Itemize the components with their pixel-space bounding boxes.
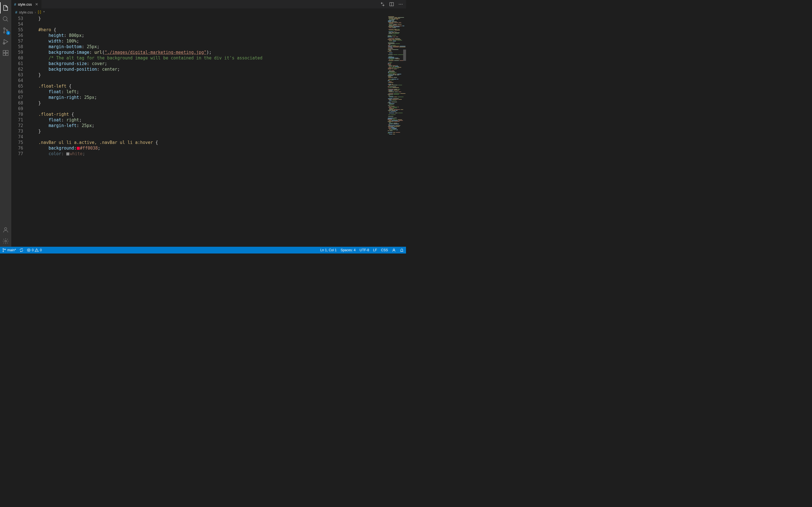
svg-rect-5 xyxy=(3,50,5,53)
tab-bar: # style.css xyxy=(11,0,406,8)
svg-point-12 xyxy=(399,4,400,4)
svg-point-2 xyxy=(4,32,5,33)
tab-actions xyxy=(380,2,406,7)
svg-point-16 xyxy=(3,251,4,252)
settings-gear-icon[interactable] xyxy=(0,235,11,247)
encoding[interactable]: UTF-8 xyxy=(359,248,369,252)
editor-area: # style.css # style.css › xyxy=(11,0,406,247)
svg-point-1 xyxy=(4,28,5,29)
split-editor-icon[interactable] xyxy=(389,2,394,7)
source-control-icon[interactable]: 1 xyxy=(0,25,11,36)
svg-point-17 xyxy=(5,249,6,250)
language-mode[interactable]: CSS xyxy=(381,248,388,252)
svg-point-9 xyxy=(4,228,7,230)
run-debug-icon[interactable] xyxy=(0,36,11,47)
breadcrumb[interactable]: # style.css › * xyxy=(11,8,406,16)
feedback-icon[interactable] xyxy=(392,248,396,252)
css-file-icon: # xyxy=(15,10,17,14)
css-file-icon: # xyxy=(14,2,16,6)
problems[interactable]: 0 0 xyxy=(27,248,42,252)
svg-point-19 xyxy=(393,249,395,250)
svg-point-15 xyxy=(3,248,4,249)
tab-style-css[interactable]: # style.css xyxy=(11,0,42,8)
cursor-position[interactable]: Ln 1, Col 1 xyxy=(320,248,337,252)
svg-point-0 xyxy=(3,17,7,20)
line-gutter[interactable]: 5354555657585960616263646566676869707172… xyxy=(11,16,28,247)
svg-rect-8 xyxy=(6,50,8,53)
account-icon[interactable] xyxy=(0,224,11,235)
editor-viewport[interactable]: 5354555657585960616263646566676869707172… xyxy=(11,16,406,247)
eol[interactable]: LF xyxy=(373,248,377,252)
svg-point-13 xyxy=(400,4,401,4)
tab-filename: style.css xyxy=(18,2,32,6)
activity-bar: 1 xyxy=(0,0,11,247)
close-icon[interactable] xyxy=(35,2,39,6)
git-branch[interactable]: main* xyxy=(2,248,16,252)
svg-point-10 xyxy=(5,240,6,242)
breadcrumb-filename: style.css xyxy=(19,10,33,14)
sync-icon[interactable] xyxy=(19,248,23,252)
explorer-icon[interactable] xyxy=(0,2,11,13)
css-rule-icon xyxy=(38,10,42,14)
svg-rect-7 xyxy=(6,53,8,55)
search-icon[interactable] xyxy=(0,13,11,25)
extensions-icon[interactable] xyxy=(0,47,11,59)
compare-icon[interactable] xyxy=(380,2,385,7)
svg-rect-6 xyxy=(3,53,5,55)
scm-badge: 1 xyxy=(6,31,10,35)
chevron-right-icon: › xyxy=(35,10,36,14)
notifications-icon[interactable] xyxy=(400,248,404,252)
svg-point-14 xyxy=(402,4,402,4)
minimap[interactable] xyxy=(386,16,406,247)
status-bar: main* 0 0 Ln 1, Col 1 Spaces: 4 UTF-8 LF… xyxy=(0,247,406,253)
code-content[interactable]: } #hero { height: 800px; width: 100%; ma… xyxy=(28,16,386,247)
minimap-slider[interactable] xyxy=(403,50,406,61)
more-icon[interactable] xyxy=(398,2,403,7)
indentation[interactable]: Spaces: 4 xyxy=(341,248,356,252)
breadcrumb-symbol: * xyxy=(43,10,45,14)
